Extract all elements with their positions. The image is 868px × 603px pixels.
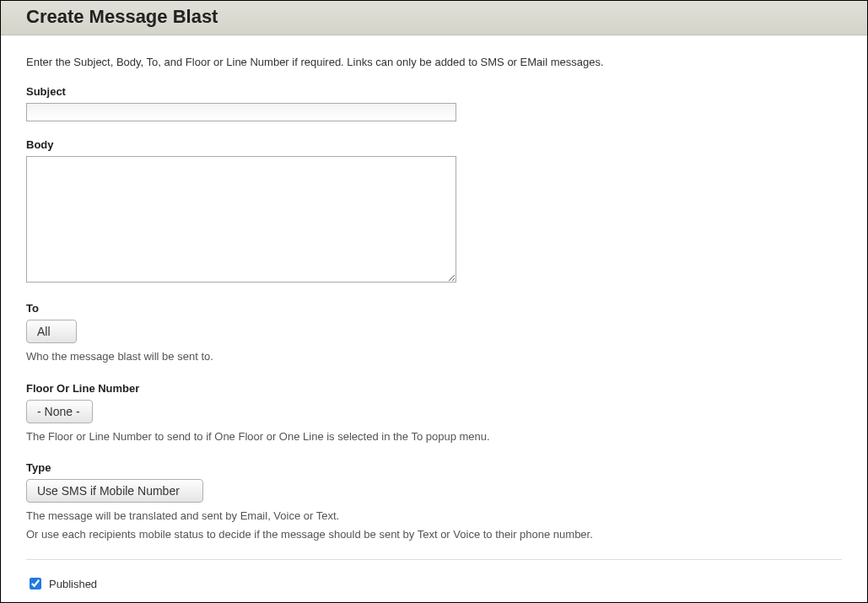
page-header: Create Message Blast [1, 1, 867, 35]
to-select[interactable]: All [26, 320, 77, 343]
intro-text: Enter the Subject, Body, To, and Floor o… [26, 56, 842, 68]
published-row: Published [26, 575, 842, 592]
published-checkbox[interactable] [30, 578, 41, 590]
floor-help-text: The Floor or Line Number to send to if O… [26, 428, 842, 445]
body-field-group: Body [26, 138, 842, 285]
published-label[interactable]: Published [49, 578, 97, 590]
floor-select[interactable]: - None - [26, 400, 93, 423]
divider [26, 559, 842, 560]
body-textarea[interactable] [26, 156, 456, 283]
form-container: Enter the Subject, Body, To, and Floor o… [1, 35, 867, 603]
type-label: Type [26, 461, 842, 474]
to-help-text: Who the message blast will be sent to. [26, 348, 842, 365]
to-field-group: To All Who the message blast will be sen… [26, 302, 842, 365]
subject-label: Subject [26, 85, 842, 98]
page-title: Create Message Blast [26, 6, 842, 28]
floor-field-group: Floor Or Line Number - None - The Floor … [26, 382, 842, 445]
type-help-text-1: The message will be translated and sent … [26, 508, 842, 525]
subject-field-group: Subject [26, 85, 842, 121]
floor-label: Floor Or Line Number [26, 382, 842, 395]
body-label: Body [26, 138, 842, 151]
type-field-group: Type Use SMS if Mobile Number The messag… [26, 461, 842, 542]
type-select[interactable]: Use SMS if Mobile Number [26, 479, 203, 503]
type-help-text-2: Or use each recipients mobile status to … [26, 526, 842, 543]
to-label: To [26, 302, 842, 315]
subject-input[interactable] [26, 103, 456, 121]
